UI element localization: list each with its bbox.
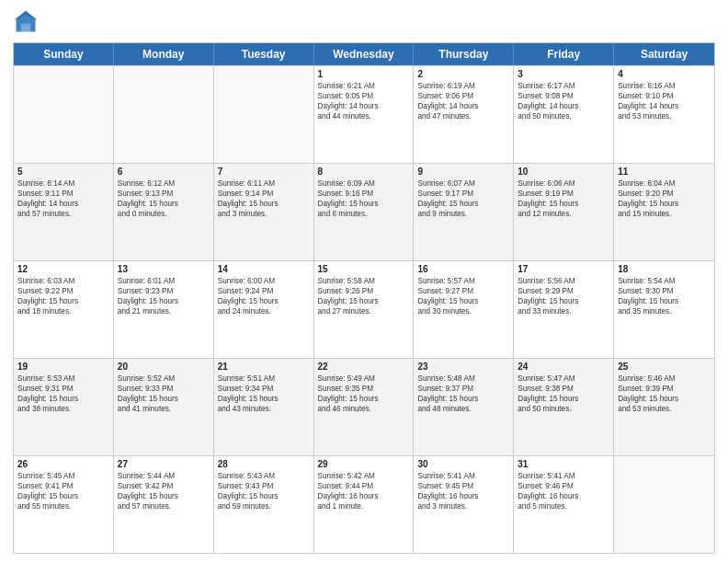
calendar-cell: 7Sunrise: 6:11 AM Sunset: 9:14 PM Daylig…: [214, 164, 314, 260]
calendar-cell: [14, 66, 114, 163]
day-number: 15: [318, 264, 410, 274]
calendar-cell: 29Sunrise: 5:42 AM Sunset: 9:44 PM Dayli…: [314, 456, 415, 553]
header: [13, 9, 715, 35]
calendar-cell: 26Sunrise: 5:45 AM Sunset: 9:41 PM Dayli…: [14, 456, 114, 553]
day-number: 11: [618, 167, 711, 177]
cell-info: Sunrise: 5:43 AM Sunset: 9:43 PM Dayligh…: [218, 471, 310, 511]
day-number: 19: [17, 362, 109, 372]
day-number: 20: [118, 362, 210, 372]
cell-info: Sunrise: 5:44 AM Sunset: 9:42 PM Dayligh…: [118, 471, 210, 511]
calendar-cell: 15Sunrise: 5:58 AM Sunset: 9:26 PM Dayli…: [314, 261, 415, 358]
day-number: 23: [417, 362, 509, 372]
day-number: 24: [518, 362, 609, 372]
calendar-header-saturday: Saturday: [614, 43, 714, 65]
calendar-cell: 17Sunrise: 5:56 AM Sunset: 9:29 PM Dayli…: [514, 261, 614, 358]
day-number: 28: [218, 459, 310, 469]
calendar-cell: 9Sunrise: 6:07 AM Sunset: 9:17 PM Daylig…: [414, 164, 514, 260]
day-number: 2: [417, 69, 509, 79]
calendar-cell: 28Sunrise: 5:43 AM Sunset: 9:43 PM Dayli…: [214, 456, 314, 553]
cell-info: Sunrise: 6:01 AM Sunset: 9:23 PM Dayligh…: [118, 276, 210, 316]
day-number: 13: [118, 264, 210, 274]
cell-info: Sunrise: 5:57 AM Sunset: 9:27 PM Dayligh…: [417, 276, 509, 316]
logo: [13, 9, 42, 35]
calendar-cell: 10Sunrise: 6:06 AM Sunset: 9:19 PM Dayli…: [514, 164, 614, 260]
calendar-cell: 22Sunrise: 5:49 AM Sunset: 9:35 PM Dayli…: [314, 359, 415, 455]
cell-info: Sunrise: 6:06 AM Sunset: 9:19 PM Dayligh…: [518, 178, 609, 219]
calendar-cell: 8Sunrise: 6:09 AM Sunset: 9:16 PM Daylig…: [314, 164, 415, 260]
calendar-header-friday: Friday: [514, 43, 614, 65]
calendar-cell: 13Sunrise: 6:01 AM Sunset: 9:23 PM Dayli…: [114, 261, 214, 358]
cell-info: Sunrise: 6:16 AM Sunset: 9:10 PM Dayligh…: [618, 81, 711, 121]
day-number: 18: [618, 264, 711, 274]
calendar-week-5: 26Sunrise: 5:45 AM Sunset: 9:41 PM Dayli…: [14, 455, 714, 553]
day-number: 4: [618, 69, 711, 79]
calendar-header-wednesday: Wednesday: [314, 43, 415, 65]
cell-info: Sunrise: 6:14 AM Sunset: 9:11 PM Dayligh…: [17, 178, 109, 219]
cell-info: Sunrise: 5:42 AM Sunset: 9:44 PM Dayligh…: [318, 471, 410, 511]
day-number: 1: [318, 69, 410, 79]
day-number: 12: [17, 264, 109, 274]
cell-info: Sunrise: 6:07 AM Sunset: 9:17 PM Dayligh…: [417, 178, 509, 219]
cell-info: Sunrise: 5:53 AM Sunset: 9:31 PM Dayligh…: [17, 373, 109, 414]
cell-info: Sunrise: 5:52 AM Sunset: 9:33 PM Dayligh…: [118, 373, 210, 414]
day-number: 6: [118, 167, 210, 177]
day-number: 16: [417, 264, 509, 274]
calendar-cell: 23Sunrise: 5:48 AM Sunset: 9:37 PM Dayli…: [414, 359, 514, 455]
calendar-cell: 2Sunrise: 6:19 AM Sunset: 9:06 PM Daylig…: [414, 66, 514, 163]
calendar-cell: 31Sunrise: 5:41 AM Sunset: 9:46 PM Dayli…: [514, 456, 614, 553]
cell-info: Sunrise: 6:00 AM Sunset: 9:24 PM Dayligh…: [218, 276, 310, 316]
calendar-cell: 5Sunrise: 6:14 AM Sunset: 9:11 PM Daylig…: [14, 164, 114, 260]
day-number: 3: [518, 69, 609, 79]
calendar-header-tuesday: Tuesday: [214, 43, 314, 65]
calendar-cell: 6Sunrise: 6:12 AM Sunset: 9:13 PM Daylig…: [114, 164, 214, 260]
calendar-cell: [114, 66, 214, 163]
cell-info: Sunrise: 6:19 AM Sunset: 9:06 PM Dayligh…: [417, 81, 509, 121]
calendar-cell: [614, 456, 714, 553]
cell-info: Sunrise: 5:46 AM Sunset: 9:39 PM Dayligh…: [618, 373, 711, 414]
calendar-cell: 27Sunrise: 5:44 AM Sunset: 9:42 PM Dayli…: [114, 456, 214, 553]
cell-info: Sunrise: 6:11 AM Sunset: 9:14 PM Dayligh…: [218, 178, 310, 219]
cell-info: Sunrise: 6:12 AM Sunset: 9:13 PM Dayligh…: [118, 178, 210, 219]
cell-info: Sunrise: 5:56 AM Sunset: 9:29 PM Dayligh…: [518, 276, 609, 316]
page: SundayMondayTuesdayWednesdayThursdayFrid…: [0, 0, 728, 563]
day-number: 5: [17, 167, 109, 177]
day-number: 9: [417, 167, 509, 177]
calendar-week-1: 1Sunrise: 6:21 AM Sunset: 9:05 PM Daylig…: [14, 65, 714, 163]
calendar-header-row: SundayMondayTuesdayWednesdayThursdayFrid…: [14, 43, 714, 65]
day-number: 22: [318, 362, 410, 372]
calendar-cell: 21Sunrise: 5:51 AM Sunset: 9:34 PM Dayli…: [214, 359, 314, 455]
day-number: 14: [218, 264, 310, 274]
calendar-cell: 16Sunrise: 5:57 AM Sunset: 9:27 PM Dayli…: [414, 261, 514, 358]
day-number: 30: [417, 459, 509, 469]
calendar-cell: 30Sunrise: 5:41 AM Sunset: 9:45 PM Dayli…: [414, 456, 514, 553]
cell-info: Sunrise: 6:21 AM Sunset: 9:05 PM Dayligh…: [318, 81, 410, 121]
day-number: 21: [218, 362, 310, 372]
calendar-header-monday: Monday: [114, 43, 214, 65]
day-number: 31: [518, 459, 609, 469]
day-number: 27: [118, 459, 210, 469]
calendar-cell: 11Sunrise: 6:04 AM Sunset: 9:20 PM Dayli…: [614, 164, 714, 260]
calendar-week-3: 12Sunrise: 6:03 AM Sunset: 9:22 PM Dayli…: [14, 260, 714, 358]
svg-rect-2: [21, 24, 31, 32]
cell-info: Sunrise: 5:58 AM Sunset: 9:26 PM Dayligh…: [318, 276, 410, 316]
logo-icon: [13, 9, 39, 35]
cell-info: Sunrise: 5:47 AM Sunset: 9:38 PM Dayligh…: [518, 373, 609, 414]
cell-info: Sunrise: 5:41 AM Sunset: 9:45 PM Dayligh…: [417, 471, 509, 511]
cell-info: Sunrise: 6:03 AM Sunset: 9:22 PM Dayligh…: [17, 276, 109, 316]
calendar-header-thursday: Thursday: [414, 43, 514, 65]
calendar-cell: 25Sunrise: 5:46 AM Sunset: 9:39 PM Dayli…: [614, 359, 714, 455]
calendar-header-sunday: Sunday: [14, 43, 114, 65]
calendar-cell: [214, 66, 314, 163]
day-number: 26: [17, 459, 109, 469]
calendar-week-4: 19Sunrise: 5:53 AM Sunset: 9:31 PM Dayli…: [14, 358, 714, 455]
cell-info: Sunrise: 5:45 AM Sunset: 9:41 PM Dayligh…: [17, 471, 109, 511]
day-number: 10: [518, 167, 609, 177]
cell-info: Sunrise: 5:41 AM Sunset: 9:46 PM Dayligh…: [518, 471, 609, 511]
calendar-cell: 1Sunrise: 6:21 AM Sunset: 9:05 PM Daylig…: [314, 66, 415, 163]
cell-info: Sunrise: 5:54 AM Sunset: 9:30 PM Dayligh…: [618, 276, 711, 316]
cell-info: Sunrise: 6:09 AM Sunset: 9:16 PM Dayligh…: [318, 178, 410, 219]
calendar: SundayMondayTuesdayWednesdayThursdayFrid…: [13, 42, 715, 554]
calendar-week-2: 5Sunrise: 6:14 AM Sunset: 9:11 PM Daylig…: [14, 163, 714, 260]
calendar-cell: 12Sunrise: 6:03 AM Sunset: 9:22 PM Dayli…: [14, 261, 114, 358]
calendar-cell: 3Sunrise: 6:17 AM Sunset: 9:08 PM Daylig…: [514, 66, 614, 163]
